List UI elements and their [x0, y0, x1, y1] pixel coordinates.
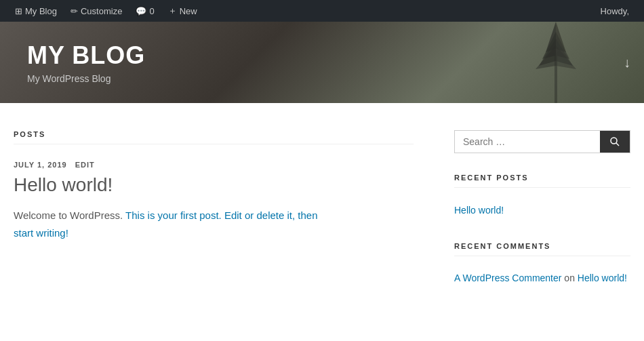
- main-wrapper: POSTS JULY 1, 2019 EDIT Hello world! Wel…: [0, 103, 644, 336]
- svg-point-9: [611, 138, 617, 144]
- post-date: JULY 1, 2019: [14, 161, 67, 169]
- site-title[interactable]: MY BLOG: [27, 41, 145, 70]
- svg-line-10: [616, 143, 619, 146]
- admin-bar-new[interactable]: ＋ New: [161, 0, 204, 22]
- primary-content: POSTS JULY 1, 2019 EDIT Hello world! Wel…: [14, 130, 414, 309]
- search-icon: [609, 136, 620, 147]
- sidebar: RECENT POSTS Hello world! RECENT COMMENT…: [454, 130, 630, 309]
- list-item: A WordPress Commenter on Hello world!: [454, 267, 630, 289]
- post-edit-link[interactable]: EDIT: [75, 161, 95, 169]
- admin-bar: ⊞ My Blog ✏ Customize 💬 0 ＋ New Howdy,: [0, 0, 644, 22]
- recent-comments-list: A WordPress Commenter on Hello world!: [454, 267, 630, 289]
- post-article: JULY 1, 2019 EDIT Hello world! Welcome t…: [14, 161, 414, 241]
- comments-count: 0: [149, 6, 154, 16]
- svg-marker-8: [556, 45, 576, 69]
- admin-bar-howdy: Howdy,: [594, 6, 636, 16]
- admin-bar-myblog[interactable]: ⊞ My Blog: [8, 0, 64, 22]
- recent-comments-widget: RECENT COMMENTS A WordPress Commenter on…: [454, 242, 630, 289]
- comment-icon: 💬: [136, 6, 146, 16]
- list-item: Hello world!: [454, 199, 630, 222]
- post-meta: JULY 1, 2019 EDIT: [14, 161, 414, 169]
- new-label: New: [180, 6, 197, 16]
- admin-bar-customize[interactable]: ✏ Customize: [64, 0, 129, 22]
- post-content-plain: Welcome to WordPress.: [14, 209, 125, 221]
- commented-post-link[interactable]: Hello world!: [578, 273, 627, 283]
- post-content-link2[interactable]: start writing!: [14, 227, 68, 239]
- scroll-down-arrow[interactable]: ↓: [624, 55, 630, 71]
- hero-plant-decoration: [522, 22, 590, 103]
- search-form: [454, 130, 630, 153]
- recent-posts-list: Hello world!: [454, 199, 630, 222]
- recent-comments-title: RECENT COMMENTS: [454, 242, 630, 256]
- recent-posts-widget: RECENT POSTS Hello world!: [454, 174, 630, 222]
- svg-marker-7: [536, 45, 556, 69]
- posts-section-label: POSTS: [14, 130, 414, 144]
- pencil-icon: ✏: [71, 6, 78, 16]
- post-title[interactable]: Hello world!: [14, 174, 414, 196]
- recent-posts-title: RECENT POSTS: [454, 174, 630, 188]
- commenter-link[interactable]: A WordPress Commenter: [454, 273, 561, 283]
- post-content-link1[interactable]: This is your first post. Edit or delete …: [125, 209, 317, 221]
- on-preposition: on: [564, 273, 575, 283]
- post-content: Welcome to WordPress. This is your first…: [14, 207, 414, 241]
- search-widget: [454, 130, 630, 153]
- site-tagline: My WordPress Blog: [27, 73, 145, 84]
- admin-bar-comments[interactable]: 💬 0: [129, 0, 161, 22]
- wordpress-icon: ⊞: [15, 6, 22, 16]
- search-input[interactable]: [455, 131, 600, 153]
- search-button[interactable]: [600, 131, 630, 153]
- plus-icon: ＋: [168, 5, 177, 17]
- recent-post-link[interactable]: Hello world!: [454, 205, 504, 216]
- site-title-area: MY BLOG My WordPress Blog: [27, 41, 145, 83]
- site-header: ↓ MY BLOG My WordPress Blog: [0, 22, 644, 103]
- myblog-label: My Blog: [25, 6, 57, 16]
- customize-label: Customize: [81, 6, 122, 16]
